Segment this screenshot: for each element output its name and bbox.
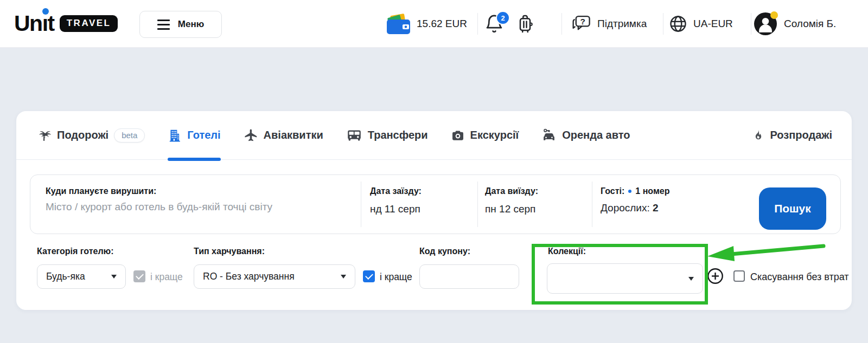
checkmark-icon bbox=[365, 271, 373, 280]
hamburger-icon bbox=[157, 20, 170, 30]
tab-car-rental[interactable]: Оренда авто bbox=[541, 111, 630, 159]
wallet-balance: 15.62 EUR bbox=[417, 18, 467, 30]
meal-better-label[interactable]: і краще bbox=[380, 271, 412, 283]
brand-text-un: Un bbox=[14, 11, 42, 36]
bus-icon bbox=[346, 128, 362, 143]
tab-label: Готелі bbox=[187, 129, 220, 141]
tab-label: Оренда авто bbox=[562, 129, 630, 141]
camera-icon bbox=[451, 128, 465, 143]
adults-label: Дорослих: bbox=[601, 202, 650, 213]
guests-field[interactable]: Гості: 1 номер Дорослих: 2 bbox=[601, 186, 669, 245]
free-cancellation-checkbox[interactable] bbox=[733, 270, 745, 282]
page: Unıt TRAVEL Меню 15.62 EUR 2 bbox=[0, 0, 868, 343]
meal-type-select[interactable]: RO - Без харчування bbox=[194, 264, 355, 289]
airplane-icon bbox=[244, 128, 258, 143]
tab-hotels[interactable]: Готелі bbox=[168, 111, 220, 159]
checkin-date-field[interactable]: Дата заїзду: нд 11 серп bbox=[370, 186, 422, 245]
support-button[interactable]: ? Підтримка bbox=[571, 0, 647, 47]
checkin-label: Дата заїзду: bbox=[370, 186, 422, 196]
destination-label: Куди плануєте вирушити: bbox=[46, 186, 349, 196]
tab-flights[interactable]: Авіаквитки bbox=[244, 111, 323, 159]
chevron-down-icon bbox=[688, 277, 694, 281]
guests-label: Гості: bbox=[601, 186, 624, 196]
locale-label: UA-EUR bbox=[693, 18, 733, 30]
tab-label: Авіаквитки bbox=[264, 129, 323, 141]
search-button[interactable]: Пошук bbox=[759, 187, 826, 230]
avatar bbox=[754, 12, 777, 35]
locale-currency-button[interactable]: UA-EUR bbox=[668, 0, 733, 47]
searchbar-divider bbox=[477, 182, 478, 227]
adults-value: 2 bbox=[653, 202, 659, 213]
destination-input[interactable] bbox=[46, 201, 349, 213]
category-better-checkbox[interactable] bbox=[133, 270, 145, 282]
category-value: Будь-яка bbox=[46, 271, 85, 282]
hotel-search-bar: Куди плануєте вирушити: Дата заїзду: нд … bbox=[30, 174, 841, 234]
checkout-date-field[interactable]: Дата виїзду: пн 12 серп bbox=[485, 186, 538, 245]
status-dot bbox=[770, 11, 778, 19]
tab-transfers[interactable]: Трансфери bbox=[346, 111, 428, 159]
plus-circle-icon bbox=[707, 268, 724, 284]
coupon-input[interactable] bbox=[419, 264, 519, 289]
brand-text-t: t bbox=[48, 11, 54, 36]
tabs-separator bbox=[16, 159, 852, 160]
searchbar-divider bbox=[592, 182, 592, 227]
guests-rooms: 1 номер bbox=[635, 186, 669, 196]
trips-luggage-button[interactable] bbox=[515, 0, 535, 47]
tab-label: Трансфери bbox=[368, 129, 428, 141]
searchbar-divider bbox=[361, 182, 361, 227]
globe-icon bbox=[668, 14, 688, 34]
flame-icon bbox=[752, 128, 765, 143]
free-cancellation-label[interactable]: Скасування без втрат bbox=[750, 271, 849, 283]
hotel-building-icon bbox=[168, 128, 182, 143]
destination-field[interactable]: Куди плануєте вирушити: bbox=[46, 186, 349, 245]
brand-badge: TRAVEL bbox=[60, 15, 118, 32]
header-divider bbox=[477, 13, 478, 35]
product-tabs: Подорожі beta Готе bbox=[37, 111, 630, 159]
meal-better-checkbox[interactable] bbox=[363, 270, 375, 282]
tab-excursions[interactable]: Екскурсії bbox=[451, 111, 519, 159]
coupon-label: Код купону: bbox=[419, 247, 470, 256]
category-better-label[interactable]: і краще bbox=[150, 271, 183, 283]
header-divider bbox=[561, 13, 562, 35]
collections-label: Колекції: bbox=[548, 247, 586, 256]
category-select[interactable]: Будь-яка bbox=[37, 264, 126, 289]
support-label: Підтримка bbox=[597, 18, 647, 30]
notifications-badge: 2 bbox=[496, 11, 510, 25]
palm-tree-icon bbox=[37, 128, 52, 143]
annotation-arrow bbox=[703, 240, 831, 265]
svg-text:?: ? bbox=[580, 16, 585, 25]
header-divider bbox=[663, 13, 663, 35]
checkin-value: нд 11 серп bbox=[370, 203, 422, 215]
menu-button-label: Меню bbox=[178, 19, 204, 30]
category-label: Категорія готелю: bbox=[37, 247, 114, 256]
header-divider bbox=[751, 13, 751, 35]
wallet-button[interactable]: 15.62 EUR bbox=[386, 0, 467, 47]
wallet-icon bbox=[386, 13, 411, 35]
tab-label: Екскурсії bbox=[470, 129, 519, 141]
menu-button[interactable]: Меню bbox=[139, 11, 222, 38]
collections-select[interactable] bbox=[547, 263, 703, 294]
user-name: Соломія Б. bbox=[784, 18, 836, 30]
tab-sales[interactable]: Розпродажі bbox=[752, 111, 832, 159]
tab-label: Подорожі bbox=[57, 129, 108, 141]
app-header: Unıt TRAVEL Меню 15.62 EUR 2 bbox=[0, 0, 868, 48]
checkmark-icon bbox=[136, 271, 144, 280]
brand-wordmark: Unıt bbox=[14, 12, 54, 35]
tab-label: Розпродажі bbox=[770, 129, 832, 141]
search-panel: Подорожі beta Готе bbox=[16, 111, 852, 310]
car-key-icon bbox=[541, 128, 557, 143]
chevron-down-icon bbox=[111, 275, 117, 279]
checkout-label: Дата виїзду: bbox=[485, 186, 538, 196]
meal-type-value: RO - Без харчування bbox=[203, 271, 295, 282]
guests-room-dot bbox=[628, 190, 631, 193]
suitcase-icon bbox=[515, 13, 535, 35]
tab-travels[interactable]: Подорожі beta bbox=[37, 111, 145, 159]
account-button[interactable]: Соломія Б. bbox=[754, 0, 836, 47]
brand-logo[interactable]: Unıt TRAVEL bbox=[14, 0, 118, 47]
chevron-down-icon bbox=[341, 275, 346, 279]
notifications-button[interactable]: 2 bbox=[484, 0, 505, 47]
logo-dot bbox=[42, 8, 49, 15]
add-filter-button[interactable] bbox=[707, 268, 724, 284]
chat-question-icon: ? bbox=[571, 14, 592, 34]
beta-badge: beta bbox=[114, 128, 145, 143]
